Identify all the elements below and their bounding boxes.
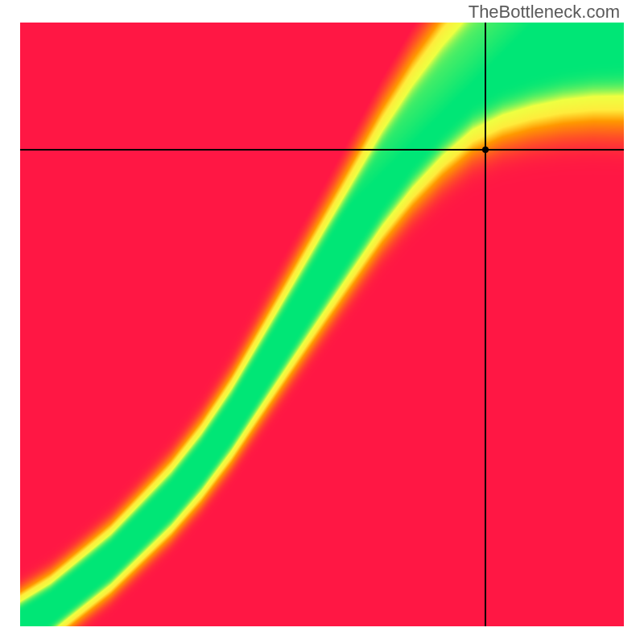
watermark-text: TheBottleneck.com: [469, 2, 620, 23]
chart-container: TheBottleneck.com: [0, 0, 644, 644]
plot-area: [20, 23, 624, 626]
crosshair-vertical: [485, 23, 486, 626]
crosshair-horizontal: [20, 149, 624, 151]
heatmap-canvas: [20, 23, 624, 626]
crosshair-point: [482, 147, 489, 153]
